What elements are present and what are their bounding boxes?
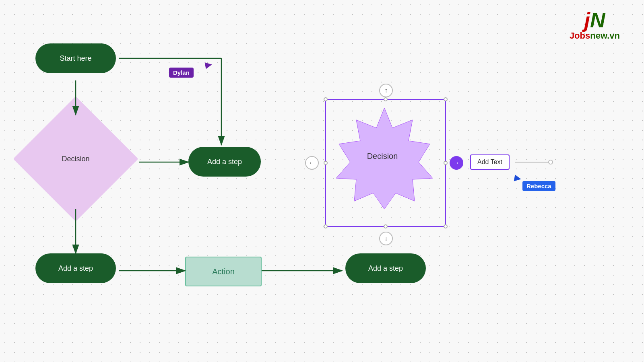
add-step-top-label: Add a step xyxy=(207,158,242,166)
rebecca-cursor-icon: ▶ xyxy=(514,173,522,184)
action-node[interactable]: Action xyxy=(185,257,262,286)
dylan-cursor-icon: ▶ xyxy=(204,59,213,71)
start-node[interactable]: Start here xyxy=(35,43,116,73)
decision-left-node[interactable]: Decision xyxy=(31,115,120,203)
add-text-label: Add Text xyxy=(477,158,502,165)
start-label: Start here xyxy=(60,54,91,63)
canvas[interactable]: Start here Decision Add a step Add a ste… xyxy=(0,0,644,362)
decision-right-node[interactable]: Decision xyxy=(330,104,435,208)
arrow-right-btn[interactable]: → xyxy=(450,156,463,170)
logo-new-vn: new.vn xyxy=(590,31,620,41)
add-text-node[interactable]: Add Text xyxy=(470,154,510,170)
add-step-bottom-left-node[interactable]: Add a step xyxy=(35,253,116,283)
logo-j: j xyxy=(584,8,590,32)
add-step-top-node[interactable]: Add a step xyxy=(188,147,261,177)
add-text-connector-dot xyxy=(548,160,553,165)
arrow-left-btn[interactable]: ← xyxy=(305,156,319,170)
logo-n: N xyxy=(590,8,605,32)
logo: jN Jobsnew.vn xyxy=(570,10,620,41)
arrow-down-btn[interactable]: ↓ xyxy=(379,232,393,245)
action-label: Action xyxy=(212,267,235,276)
dylan-label: Dylan xyxy=(173,69,190,76)
add-step-bottom-right-node[interactable]: Add a step xyxy=(345,253,426,283)
decision-right-label: Decision xyxy=(367,152,398,161)
logo-icon: jN xyxy=(570,10,620,31)
add-step-bottom-left-label: Add a step xyxy=(58,264,93,273)
logo-jobs: Jobs xyxy=(570,31,590,41)
rebecca-tooltip: Rebecca xyxy=(522,181,555,191)
logo-text: Jobsnew.vn xyxy=(570,31,620,41)
rebecca-label: Rebecca xyxy=(526,183,551,189)
dylan-tooltip: Dylan xyxy=(169,68,194,78)
arrow-up-btn[interactable]: ↑ xyxy=(379,84,393,97)
add-step-bottom-right-label: Add a step xyxy=(368,264,403,273)
